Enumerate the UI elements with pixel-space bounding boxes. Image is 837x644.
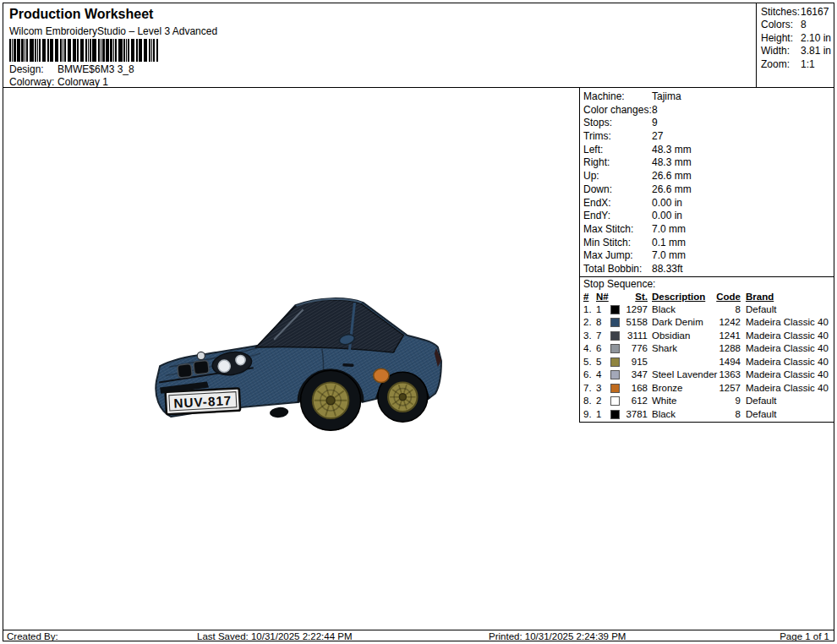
col-header-brand: Brand — [746, 291, 774, 303]
door-handle — [342, 363, 353, 367]
thread-color-swatch — [610, 370, 620, 379]
col-header-code: Code — [707, 291, 741, 303]
thread-code: 9 — [707, 395, 741, 408]
thread-description: Black — [652, 408, 706, 422]
thread-brand: Default — [746, 408, 776, 422]
row-number: 2. — [583, 316, 594, 330]
machine-info-value: 7.0 mm — [652, 223, 686, 237]
machine-info-row: Stops: 9 — [580, 117, 834, 130]
machine-info-panel: Machine: Tajima Color changes: 8 Stops: … — [579, 88, 834, 423]
needle-number: 6 — [596, 342, 609, 356]
stitch-count: 915 — [620, 356, 648, 369]
row-number: 5. — [583, 356, 594, 369]
row-number: 9. — [583, 408, 594, 422]
colorway-row: Colorway:Colorway 1 — [9, 76, 108, 88]
col-header-description: Description — [652, 291, 706, 303]
thread-color-swatch — [610, 331, 620, 341]
needle-number: 3 — [596, 382, 609, 396]
thread-color-swatch — [610, 357, 620, 367]
summary-value: 16167 — [801, 6, 829, 19]
summary-value: 1:1 — [801, 58, 815, 71]
thread-code: 1242 — [707, 316, 741, 330]
summary-row: Height: 2.10 in — [757, 32, 834, 45]
thread-brand: Default — [746, 303, 776, 317]
thread-brand: Default — [746, 395, 776, 408]
design-value: BMWE$6M3 3_8 — [57, 63, 134, 75]
stitch-count: 3781 — [620, 408, 648, 422]
thread-description: Obsidian — [652, 330, 706, 343]
bmw-roundel-icon — [197, 352, 205, 359]
stitch-count: 5158 — [620, 316, 648, 330]
machine-info-row: Trims: 27 — [580, 130, 834, 144]
stop-sequence-row: 3. 7 3111 Obsidian 1241 Madeira Classic … — [580, 330, 834, 343]
thread-description: Bronze — [652, 382, 706, 396]
machine-info-label: EndY: — [583, 210, 610, 223]
row-number: 8. — [583, 395, 594, 408]
needle-number: 4 — [596, 368, 609, 382]
thread-color-swatch — [610, 344, 620, 353]
thread-code: 1241 — [707, 330, 741, 343]
created-by-label: Created By: — [7, 630, 58, 642]
stop-sequence-row: 7. 3 168 Bronze 1257 Madeira Classic 40 — [580, 382, 834, 396]
machine-info-label: Max Jump: — [583, 249, 633, 263]
side-indicator — [374, 368, 389, 382]
machine-info-label: Machine: — [583, 90, 625, 104]
machine-info-row: Down: 26.6 mm — [580, 183, 834, 197]
col-header-needle: N# — [596, 291, 609, 303]
app-subtitle: Wilcom EmbroideryStudio – Level 3 Advanc… — [9, 25, 217, 37]
machine-info-value: 0.1 mm — [652, 237, 686, 250]
machine-info-row: Right: 48.3 mm — [580, 156, 834, 170]
machine-info-value: 27 — [652, 130, 663, 144]
stop-sequence-table: # N# St. Description Code Brand 1. 1 129… — [580, 291, 834, 422]
machine-info-label: Min Stitch: — [583, 237, 631, 250]
summary-row: Zoom: 1:1 — [757, 58, 834, 71]
license-plate: NUV-817 — [166, 388, 241, 414]
machine-info-label: Down: — [583, 183, 612, 197]
stop-sequence-row: 1. 1 1297 Black 8 Default — [580, 303, 834, 317]
machine-info-list: Machine: Tajima Color changes: 8 Stops: … — [580, 88, 834, 276]
thread-code: 1494 — [707, 356, 741, 369]
thread-code: 1288 — [707, 342, 741, 356]
row-number: 6. — [583, 368, 594, 382]
needle-number: 8 — [596, 316, 609, 330]
car-embroidery-image: NUV-817 — [152, 270, 444, 439]
machine-info-label: Up: — [583, 170, 599, 183]
stop-sequence-row: 5. 5 915 1494 Madeira Classic 40 — [580, 356, 834, 369]
summary-value: 2.10 in — [801, 32, 831, 45]
machine-info-value: 0.00 in — [652, 210, 682, 223]
stop-sequence-row: 9. 1 3781 Black 8 Default — [580, 408, 834, 422]
machine-info-row: Max Jump: 7.0 mm — [580, 249, 834, 263]
thread-brand: Madeira Classic 40 — [746, 356, 829, 369]
thread-color-swatch — [610, 384, 620, 393]
stop-sequence-title: Stop Sequence: — [580, 276, 834, 291]
last-saved-text: Last Saved: 10/31/2025 2:22:44 PM — [197, 630, 353, 642]
summary-value: 3.81 in — [801, 45, 831, 57]
design-row: Design:BMWE$6M3 3_8 — [9, 63, 134, 75]
row-number: 1. — [583, 303, 594, 317]
thread-brand: Madeira Classic 40 — [746, 316, 829, 330]
machine-info-row: Machine: Tajima — [580, 90, 834, 104]
thread-code: 8 — [707, 303, 741, 317]
footer: Created By: Last Saved: 10/31/2025 2:22:… — [3, 630, 834, 641]
machine-info-value: 9 — [652, 117, 658, 130]
thread-brand: Madeira Classic 40 — [746, 382, 829, 396]
stitch-count: 168 — [620, 382, 648, 396]
machine-info-label: Stops: — [583, 117, 612, 130]
thread-color-swatch — [610, 305, 620, 314]
stop-sequence-row: 8. 2 612 White 9 Default — [580, 395, 834, 408]
needle-number: 2 — [596, 395, 609, 408]
thread-code: 1363 — [707, 368, 741, 382]
machine-info-value: 0.00 in — [652, 197, 682, 210]
machine-info-row: Color changes: 8 — [580, 104, 834, 117]
page-number: Page 1 of 1 — [780, 630, 829, 642]
thread-color-swatch — [610, 410, 620, 419]
row-number: 7. — [583, 382, 594, 396]
thread-brand: Madeira Classic 40 — [746, 342, 829, 356]
summary-label: Zoom: — [761, 58, 790, 71]
stitch-count: 347 — [620, 368, 648, 382]
machine-info-row: Left: 48.3 mm — [580, 144, 834, 157]
summary-row: Stitches: 16167 — [757, 6, 834, 19]
needle-number: 1 — [596, 408, 609, 422]
barcode-image — [9, 39, 158, 62]
stitch-count: 776 — [620, 342, 648, 356]
